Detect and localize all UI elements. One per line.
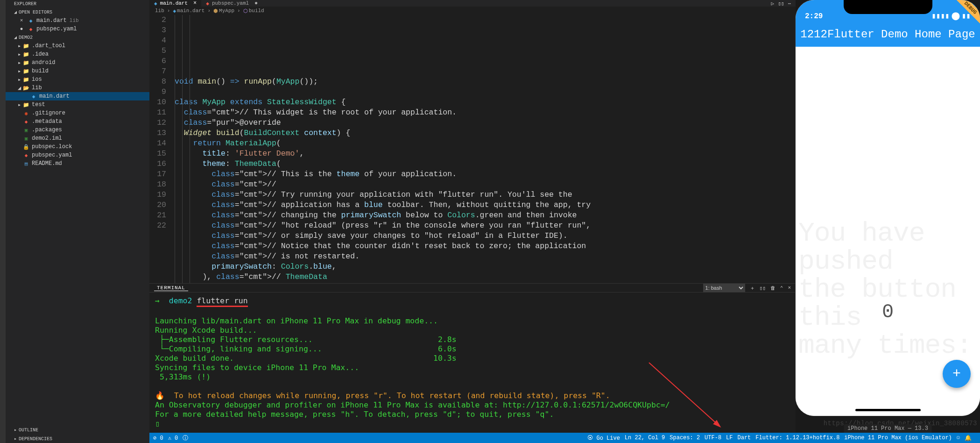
line-gutter: 2345678910111213141516171819202122 (149, 15, 173, 283)
chevron-icon[interactable]: ▸ (18, 68, 22, 75)
tree-file[interactable]: ◆.metadata (6, 117, 149, 126)
chevron-icon[interactable]: ▸ (18, 101, 22, 108)
signal-icon: ▮▮▮▮ (931, 11, 950, 21)
tab-main-dart[interactable]: ◈ main.dart × (149, 0, 201, 7)
tree-item-label: pubspec.lock (32, 143, 72, 150)
status-feedback-icon[interactable]: ☺ (957, 435, 960, 441)
outline-header[interactable]: ▸OUTLINE (6, 425, 149, 434)
explorer-sidebar: EXPLORER ◢OPEN EDITORS × ◈ main.dart lib… (6, 0, 149, 443)
status-icons: ▮▮▮▮ ⬤ ▮▮ (931, 11, 971, 21)
yaml-file-icon: ◆ (206, 0, 209, 7)
breadcrumb-item[interactable]: main.dart (177, 8, 204, 14)
tree-item-label: README.md (32, 160, 62, 167)
more-icon[interactable]: ⋯ (788, 0, 791, 7)
code-editor[interactable]: 2345678910111213141516171819202122 void … (149, 15, 796, 283)
tree-folder[interactable]: ▸📁test (6, 100, 149, 109)
tree-item-label: .packages (32, 127, 62, 133)
status-device[interactable]: iPhone 11 Pro Max (ios Emulator) (844, 435, 952, 441)
folder-icon: 📁 (22, 60, 30, 66)
yaml-file-icon: ◆ (22, 119, 30, 125)
tree-item-label: test (32, 101, 45, 108)
chevron-icon[interactable]: ▸ (18, 43, 22, 50)
split-terminal-icon[interactable]: ▯▯ (760, 285, 766, 291)
terminal-panel: TERMINAL 1: bash ＋ ▯▯ 🗑 ⌃ × → demo2 flut… (149, 283, 796, 433)
dart-file-icon: ◈ (30, 93, 37, 100)
run-icon[interactable]: ▷ (771, 0, 775, 7)
plus-icon: + (952, 366, 961, 382)
close-icon[interactable]: × (193, 0, 197, 7)
breadcrumb[interactable]: lib› ◈ main.dart› ⬢ MyApp› ⬡ build (149, 7, 796, 15)
tree-folder[interactable]: ▸📁.dart_tool (6, 42, 149, 50)
app-bar: 1212Flutter Demo Home Page (796, 21, 980, 47)
breadcrumb-item[interactable]: lib (155, 8, 164, 14)
dependencies-header[interactable]: ▸DEPENDENCIES (6, 434, 149, 443)
activity-bar[interactable] (0, 0, 6, 443)
tree-item-label: android (32, 59, 55, 66)
folder-icon: 📁 (22, 102, 30, 108)
close-icon[interactable]: × (18, 18, 25, 23)
tree-item-label: pubspec.yaml (32, 152, 72, 158)
svg-line-0 (649, 363, 719, 426)
terminal-tab[interactable]: TERMINAL (154, 285, 188, 291)
dart-file-icon: ◈ (173, 8, 176, 14)
open-editor-item[interactable]: × ◈ main.dart lib (6, 16, 149, 25)
chevron-icon[interactable]: ◢ (18, 85, 22, 92)
folder-icon: 📁 (22, 68, 30, 74)
dart-file-icon: ◈ (154, 0, 157, 7)
terminal-output[interactable]: → demo2 flutter run Launching lib/main.d… (149, 293, 796, 443)
project-header[interactable]: ◢DEMO2 (6, 33, 149, 42)
tree-file[interactable]: ▣demo2.iml (6, 134, 149, 143)
tree-file[interactable]: ▤README.md (6, 159, 149, 168)
simulator-device-label: iPhone 11 Pro Max — 13.3 (844, 424, 932, 433)
tree-folder[interactable]: ◢📂lib (6, 84, 149, 92)
counter-value: 0 (882, 301, 894, 323)
body-text: You have pushed the button this many tim… (798, 220, 980, 360)
tree-item-label: ios (32, 76, 42, 83)
tree-file[interactable]: ◆pubspec.yaml (6, 151, 149, 159)
maximize-panel-icon[interactable]: ⌃ (780, 285, 783, 291)
tree-folder[interactable]: ▸📁build (6, 67, 149, 75)
tree-item-label: .dart_tool (32, 43, 65, 49)
home-indicator[interactable] (855, 409, 921, 411)
chevron-icon[interactable]: ▸ (18, 51, 22, 58)
close-panel-icon[interactable]: × (788, 285, 791, 291)
status-time: 2:29 (805, 12, 823, 21)
tree-file[interactable]: ◉.gitignore (6, 109, 149, 117)
tab-bar: ◈ main.dart × ◆ pubspec.yaml ● ▷ ▯▯ ⋯ (149, 0, 796, 7)
tab-pubspec-yaml[interactable]: ◆ pubspec.yaml ● (201, 0, 262, 7)
tree-item-label: demo2.iml (32, 135, 62, 142)
phone-notch (844, 0, 932, 14)
tree-file[interactable]: ◈main.dart (6, 92, 149, 100)
breadcrumb-item[interactable]: MyApp (219, 8, 234, 14)
pkg-file-icon: ▣ (22, 136, 30, 142)
tab-label: main.dart (160, 0, 188, 6)
tree-item-label: .gitignore (32, 110, 65, 116)
folder-icon: 📂 (22, 85, 30, 91)
open-editors-header[interactable]: ◢OPEN EDITORS (6, 8, 149, 16)
kill-terminal-icon[interactable]: 🗑 (770, 285, 776, 291)
tree-item-label: lib (32, 85, 42, 91)
terminal-shell-select[interactable]: 1: bash (703, 284, 745, 292)
chevron-icon[interactable]: ▸ (18, 59, 22, 66)
tree-folder[interactable]: ▸📁android (6, 58, 149, 67)
pkg-file-icon: ▣ (22, 127, 30, 133)
panel-tabs: TERMINAL 1: bash ＋ ▯▯ 🗑 ⌃ × (149, 284, 796, 293)
minimap[interactable] (792, 15, 796, 283)
ios-simulator: 2:29 ▮▮▮▮ ⬤ ▮▮ DEBUG 1212Flutter Demo Ho… (796, 0, 980, 433)
annotation-arrow (640, 353, 742, 443)
tree-item-label: .idea (32, 51, 49, 57)
tree-file[interactable]: ▣.packages (6, 126, 149, 134)
tree-folder[interactable]: ▸📁ios (6, 75, 149, 84)
tree-file[interactable]: 🔒pubspec.lock (6, 143, 149, 151)
lock-file-icon: 🔒 (22, 144, 30, 150)
breadcrumb-item[interactable]: build (249, 8, 264, 14)
open-editor-item[interactable]: ● ◆ pubspec.yaml (6, 25, 149, 33)
code-content[interactable]: void main() => runApp(MyApp());class MyA… (173, 15, 796, 283)
status-bell-icon[interactable]: 🔔 (965, 435, 972, 442)
floating-action-button[interactable]: + (943, 360, 971, 388)
split-editor-icon[interactable]: ▯▯ (778, 0, 784, 7)
tree-folder[interactable]: ▸📁.idea (6, 50, 149, 58)
phone-frame: 2:29 ▮▮▮▮ ⬤ ▮▮ DEBUG 1212Flutter Demo Ho… (796, 0, 980, 416)
chevron-icon[interactable]: ▸ (18, 76, 22, 83)
new-terminal-icon[interactable]: ＋ (750, 285, 755, 292)
